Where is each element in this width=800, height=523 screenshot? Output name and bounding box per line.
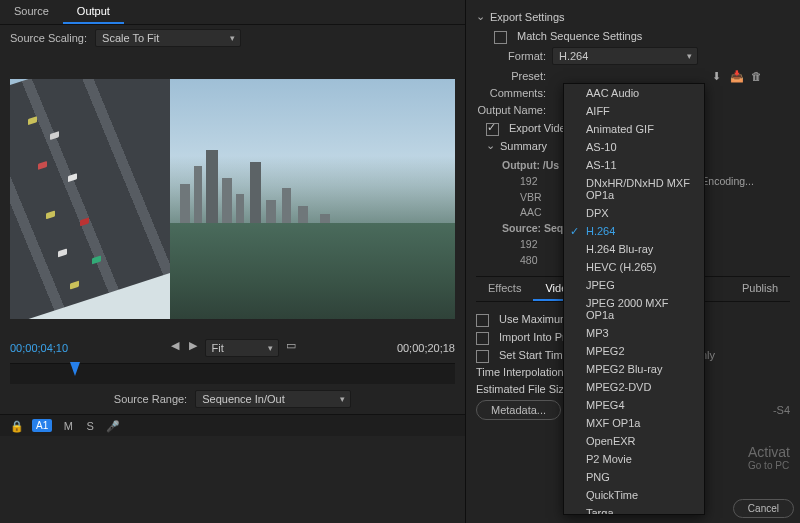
chevron-down-icon: ⌄ [476, 10, 484, 23]
s-icon[interactable]: S [84, 420, 96, 432]
format-option[interactable]: Targa [564, 504, 704, 515]
format-option[interactable]: P2 Movie [564, 450, 704, 468]
source-range-label: Source Range: [114, 393, 187, 405]
format-option[interactable]: PNG [564, 468, 704, 486]
video-preview[interactable] [10, 79, 455, 319]
tab-output[interactable]: Output [63, 0, 124, 24]
match-sequence-label: Match Sequence Settings [517, 30, 642, 42]
download-icon[interactable]: ⬇ [710, 70, 722, 82]
format-dropdown[interactable]: AAC AudioAIFFAnimated GIFAS-10AS-11DNxHR… [563, 83, 705, 515]
format-option[interactable]: H.264 [564, 222, 704, 240]
s4-text: -S4 [773, 404, 790, 416]
format-label: Format: [476, 50, 546, 62]
source-scaling-label: Source Scaling: [10, 32, 87, 44]
format-option[interactable]: HEVC (H.265) [564, 258, 704, 276]
cancel-button-ghost[interactable]: Cancel [733, 502, 794, 515]
left-tabs: Source Output [0, 0, 465, 25]
format-option[interactable]: OpenEXR [564, 432, 704, 450]
m-icon[interactable]: M [62, 420, 74, 432]
tab-publish[interactable]: Publish [730, 277, 790, 301]
preset-label: Preset: [476, 70, 546, 82]
match-sequence-checkbox[interactable] [494, 31, 507, 44]
format-option[interactable]: QuickTime [564, 486, 704, 504]
playhead[interactable] [70, 362, 80, 376]
tab-effects[interactable]: Effects [476, 277, 533, 301]
export-settings-header[interactable]: ⌄ Export Settings [476, 10, 790, 23]
format-option[interactable]: MP3 [564, 324, 704, 342]
chevron-down-icon: ⌄ [486, 139, 494, 152]
metadata-button[interactable]: Metadata... [476, 400, 561, 420]
scrub-bar[interactable] [10, 363, 455, 384]
audio-track-badge[interactable]: A1 [32, 419, 52, 432]
import-icon[interactable]: 📥 [730, 70, 742, 82]
format-option[interactable]: JPEG 2000 MXF OP1a [564, 294, 704, 324]
use-max-checkbox[interactable] [476, 314, 489, 327]
format-option[interactable]: AS-11 [564, 156, 704, 174]
time-interp-label: Time Interpolation: [476, 366, 567, 378]
in-point-icon[interactable]: ◀ [169, 339, 181, 351]
est-size-label: Estimated File Size: [476, 383, 573, 395]
out-point-icon[interactable]: ▶ [187, 339, 199, 351]
format-option[interactable]: MPEG2-DVD [564, 378, 704, 396]
lock-icon[interactable]: 🔒 [10, 420, 22, 432]
format-option[interactable]: DNxHR/DNxHD MXF OP1a [564, 174, 704, 204]
export-settings-title: Export Settings [490, 11, 565, 23]
format-option[interactable]: MPEG4 [564, 396, 704, 414]
set-start-checkbox[interactable] [476, 350, 489, 363]
summary-title: Summary [500, 140, 547, 152]
export-video-checkbox[interactable] [486, 123, 499, 136]
output-name-label: Output Name: [476, 104, 546, 116]
format-option[interactable]: MXF OP1a [564, 414, 704, 432]
format-option[interactable]: AIFF [564, 102, 704, 120]
aspect-icon[interactable]: ▭ [285, 339, 297, 351]
format-option[interactable]: Animated GIF [564, 120, 704, 138]
mic-icon[interactable]: 🎤 [106, 420, 118, 432]
format-option[interactable]: MPEG2 Blu-ray [564, 360, 704, 378]
trash-icon[interactable]: 🗑 [750, 70, 762, 82]
format-option[interactable]: DPX [564, 204, 704, 222]
format-select[interactable]: H.264 [552, 47, 698, 65]
source-scaling-select[interactable]: Scale To Fit [95, 29, 241, 47]
end-timecode: 00;00;20;18 [397, 342, 455, 354]
tab-source[interactable]: Source [0, 0, 63, 24]
format-option[interactable]: AAC Audio [564, 84, 704, 102]
zoom-fit-select[interactable]: Fit [205, 339, 279, 357]
format-option[interactable]: JPEG [564, 276, 704, 294]
format-option[interactable]: H.264 Blu-ray [564, 240, 704, 258]
source-range-select[interactable]: Sequence In/Out [195, 390, 351, 408]
windows-watermark: Activat Go to PC [748, 444, 790, 471]
bottom-toolbar: 🔒 A1 M S 🎤 [0, 414, 465, 436]
import-proj-checkbox[interactable] [476, 332, 489, 345]
format-option[interactable]: MPEG2 [564, 342, 704, 360]
current-timecode[interactable]: 00;00;04;10 [10, 342, 68, 354]
comments-label: Comments: [476, 87, 546, 99]
format-option[interactable]: AS-10 [564, 138, 704, 156]
